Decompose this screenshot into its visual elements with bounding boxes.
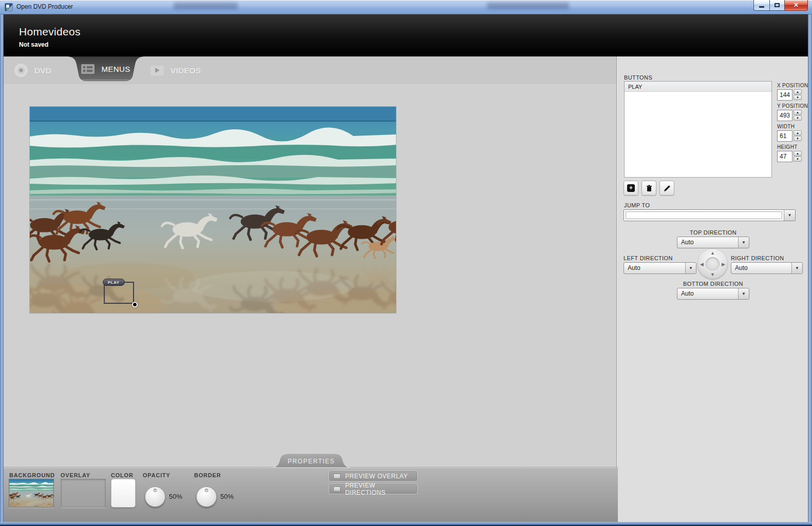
main-tab-bar: DVD MENUS xyxy=(4,56,618,84)
minimize-button[interactable] xyxy=(753,0,769,11)
menu-button-play[interactable]: PLAY xyxy=(104,282,134,304)
opacity-knob[interactable] xyxy=(145,486,165,507)
menu-button-play-label: PLAY xyxy=(103,279,125,286)
properties-tab[interactable]: PROPERTIES xyxy=(273,454,350,467)
border-value: 50% xyxy=(220,493,234,500)
close-icon: ✕ xyxy=(794,2,799,9)
right-direction-value: Auto xyxy=(735,264,748,271)
tab-videos-label: VIDEOS xyxy=(171,66,201,75)
list-item-play[interactable]: PLAY xyxy=(625,82,771,92)
top-direction-label: TOP DIRECTION xyxy=(677,229,749,236)
width-field: WIDTH 61 ▲ ▼ xyxy=(777,124,808,142)
width-input[interactable]: 61 xyxy=(777,130,792,142)
height-field: HEIGHT 47 ▲ ▼ xyxy=(777,144,808,162)
pencil-icon xyxy=(663,184,671,192)
overlay-thumbnail[interactable] xyxy=(61,479,106,508)
properties-tab-label: PROPERTIES xyxy=(273,454,350,467)
height-spin-down-button[interactable]: ▼ xyxy=(794,157,802,162)
add-icon: + xyxy=(627,184,635,192)
right-direction-select[interactable]: Auto ▼ xyxy=(731,262,803,274)
opacity-value: 50% xyxy=(169,493,182,500)
y-spin-up-button[interactable]: ▲ xyxy=(794,110,802,115)
title-bar[interactable]: Open DVD Producer ✕ xyxy=(0,0,812,14)
close-button[interactable]: ✕ xyxy=(785,0,808,11)
width-spin-down-button[interactable]: ▼ xyxy=(794,136,802,141)
bottom-direction-select[interactable]: Auto ▼ xyxy=(677,288,749,300)
window-border-left xyxy=(0,14,4,526)
glass-reflection xyxy=(487,3,569,9)
application-window: Open DVD Producer ✕ Homevideos Not saved xyxy=(0,0,812,526)
right-direction-label: RIGHT DIRECTION xyxy=(731,255,784,261)
checkbox-icon xyxy=(333,474,341,479)
project-status: Not saved xyxy=(19,41,48,48)
top-direction-select[interactable]: Auto ▼ xyxy=(677,237,749,248)
window-border-right xyxy=(808,14,812,526)
preview-overlay-button[interactable]: PREVIEW OVERLAY xyxy=(329,471,418,481)
dpad-left-icon[interactable]: ◀ xyxy=(700,262,704,266)
knob-indicator-dot xyxy=(154,489,157,492)
checkbox-icon xyxy=(333,486,341,492)
menu-editor-canvas: PLAY xyxy=(4,84,618,467)
tab-dvd[interactable]: DVD xyxy=(14,56,51,84)
y-spin-down-button[interactable]: ▼ xyxy=(794,115,802,121)
x-position-field: X POSITION 144 ▲ ▼ xyxy=(777,83,808,101)
maximize-icon xyxy=(775,3,780,7)
jump-to-value[interactable] xyxy=(625,210,783,220)
dropdown-arrow-icon: ▼ xyxy=(685,263,696,274)
x-position-label: X POSITION xyxy=(777,83,808,88)
x-spin-up-button[interactable]: ▲ xyxy=(794,89,802,94)
background-thumbnail[interactable] xyxy=(9,479,54,508)
knob-indicator-dot xyxy=(205,489,209,492)
left-direction-select[interactable]: Auto ▼ xyxy=(624,262,696,274)
preview-overlay-label: PREVIEW OVERLAY xyxy=(345,473,408,480)
tab-menus[interactable]: MENUS xyxy=(68,56,143,81)
delete-button[interactable] xyxy=(641,181,656,196)
height-spin-up-button[interactable]: ▲ xyxy=(794,151,802,156)
window-controls: ✕ xyxy=(753,0,808,11)
add-button[interactable]: + xyxy=(624,181,638,196)
app-icon xyxy=(5,3,13,11)
jump-to-dropdown-arrow-icon[interactable]: ▼ xyxy=(784,210,795,221)
dpad-right-icon[interactable]: ▶ xyxy=(722,262,725,266)
jump-to-combobox[interactable]: ▼ xyxy=(624,209,796,221)
tab-videos[interactable]: VIDEOS xyxy=(150,56,201,84)
background-label: BACKGROUND xyxy=(9,472,55,478)
preview-directions-label: PREVIEW DIRECTIONS xyxy=(345,482,417,496)
direction-pad[interactable]: ▲ ▶ ▼ ◀ xyxy=(698,249,727,279)
border-label: BORDER xyxy=(194,472,221,478)
opacity-label: OPACITY xyxy=(143,472,171,478)
dpad-up-icon[interactable]: ▲ xyxy=(710,251,715,256)
x-spin-down-button[interactable]: ▼ xyxy=(794,95,802,100)
bottom-direction-label: BOTTOM DIRECTION xyxy=(677,281,749,287)
dvd-disc-icon xyxy=(14,64,28,77)
width-label: WIDTH xyxy=(777,124,808,129)
buttons-list[interactable]: PLAY xyxy=(624,81,772,178)
project-header: Homevideos Not saved xyxy=(4,14,808,56)
app-content: Homevideos Not saved DVD xyxy=(4,14,808,522)
resize-handle[interactable] xyxy=(132,302,138,307)
width-spin-up-button[interactable]: ▲ xyxy=(794,130,802,135)
dropdown-arrow-icon: ▼ xyxy=(738,237,749,248)
buttons-section-label: BUTTONS xyxy=(624,74,652,81)
properties-panel: PROPERTIES BACKGROUND OVERLAY COLOR OPAC… xyxy=(4,467,618,522)
menu-background-preview[interactable]: PLAY xyxy=(30,107,396,313)
button-properties-sidebar: BUTTONS PLAY X POSITION 144 ▲ ▼ Y POSITI… xyxy=(616,56,808,522)
dpad-down-icon[interactable]: ▼ xyxy=(710,272,715,277)
height-input[interactable]: 47 xyxy=(777,151,792,162)
x-position-input[interactable]: 144 xyxy=(777,89,792,101)
top-direction-value: Auto xyxy=(681,239,694,246)
dropdown-arrow-icon: ▼ xyxy=(738,288,749,299)
color-swatch[interactable] xyxy=(111,479,136,508)
tab-menus-label: MENUS xyxy=(101,65,130,73)
menus-list-icon xyxy=(81,64,95,74)
edit-button[interactable] xyxy=(659,181,674,196)
preview-directions-button[interactable]: PREVIEW DIRECTIONS xyxy=(329,483,418,494)
border-knob[interactable] xyxy=(196,486,217,507)
height-label: HEIGHT xyxy=(777,144,808,150)
left-direction-value: Auto xyxy=(628,264,640,271)
maximize-button[interactable] xyxy=(769,0,785,11)
y-position-label: Y POSITION xyxy=(777,103,808,109)
dropdown-arrow-icon: ▼ xyxy=(791,263,802,274)
trash-icon xyxy=(645,184,653,192)
y-position-input[interactable]: 493 xyxy=(777,110,792,121)
